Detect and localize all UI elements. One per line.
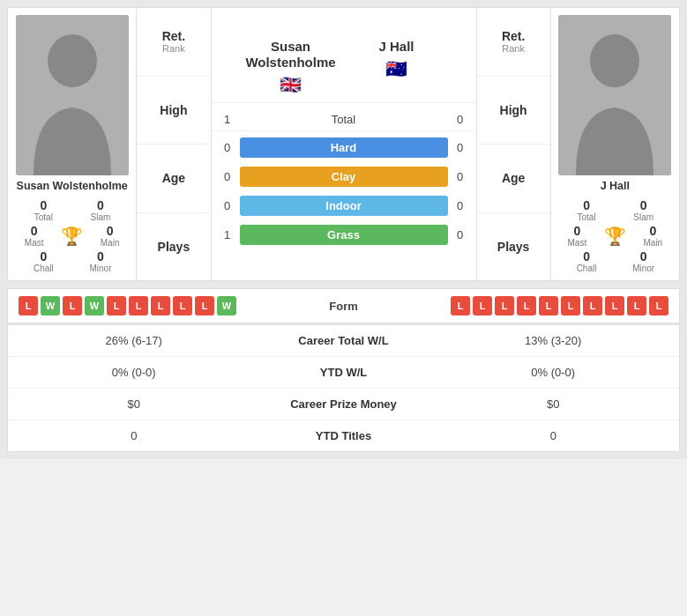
player1-mast-value: 0: [31, 224, 38, 238]
player2-age-label: Age: [502, 171, 525, 185]
center-player1-name: Susan Wolstenholme: [238, 39, 344, 71]
clay-row: 0 Clay 0: [212, 162, 476, 191]
player2-form-badge: L: [583, 296, 602, 315]
player2-form-badge: L: [649, 296, 668, 315]
player1-silhouette: [16, 15, 129, 175]
player1-name: Susan Wolstenholme: [17, 180, 128, 192]
stats-row-0: 26% (6-17)Career Total W/L13% (3-20): [8, 325, 679, 357]
player1-slam-stat: 0 Slam: [75, 198, 127, 222]
player2-mast-value: 0: [573, 224, 580, 238]
hard-p2-score: 0: [455, 141, 466, 154]
player2-avatar: [558, 15, 671, 175]
player1-form-badge: L: [151, 296, 170, 315]
player1-high-row: High: [137, 77, 210, 145]
center-player1-flag: 🇬🇧: [280, 74, 302, 95]
player2-total-stat: 0 Total: [561, 198, 613, 222]
player1-stats-grid: 0 Total 0 Slam 0 Mast 🏆 0 Main: [13, 198, 131, 273]
player2-minor-value: 0: [640, 249, 647, 263]
player2-total-value: 0: [583, 198, 590, 212]
stat-p2-value-3: 0: [441, 429, 667, 442]
player2-main-label: Main: [643, 238, 662, 248]
center-player1-info: Susan Wolstenholme 🇬🇧: [238, 39, 344, 95]
player1-minor-value: 0: [97, 249, 104, 263]
player1-column: Susan Wolstenholme 0 Total 0 Slam 0 Mast…: [8, 8, 136, 280]
player2-rank-main: Ret.: [502, 29, 525, 43]
player2-mast-label: Mast: [568, 238, 587, 248]
player1-plays-row: Plays: [137, 213, 210, 281]
total-p1-score: 1: [222, 113, 233, 126]
player1-form-badges: LWLWLLLLLW: [19, 296, 256, 315]
stats-row-3: 0YTD Titles0: [8, 420, 679, 451]
stat-p2-value-0: 13% (3-20): [441, 334, 667, 347]
surface-column: Susan Wolstenholme 🇬🇧 J Hall 🇦🇺 1 Total …: [212, 8, 476, 280]
player2-form-badge: L: [517, 296, 536, 315]
hard-bar: Hard: [240, 137, 448, 158]
player1-slam-value: 0: [97, 198, 104, 212]
total-label: Total: [240, 113, 448, 126]
player1-form-badge: W: [41, 296, 60, 315]
stats-table: 26% (6-17)Career Total W/L13% (3-20)0% (…: [7, 324, 680, 452]
stat-p1-value-1: 0% (0-0): [21, 366, 247, 379]
player1-total-value: 0: [40, 198, 47, 212]
player2-high-row: High: [477, 77, 550, 145]
stat-label-3: YTD Titles: [247, 429, 441, 442]
player1-avatar: [16, 15, 129, 175]
player2-rank-sub: Rank: [502, 43, 525, 54]
hard-row: 0 Hard 0: [212, 133, 476, 162]
clay-p1-score: 0: [222, 170, 233, 183]
player2-main-stat: 0 Main: [643, 224, 662, 248]
player1-slam-label: Slam: [91, 212, 111, 222]
trophy2-icon: 🏆: [604, 227, 626, 245]
player2-form-badge: L: [495, 296, 514, 315]
player1-center-stats: Ret. Rank High Age Plays: [136, 8, 211, 280]
hard-p1-score: 0: [222, 141, 233, 154]
player1-chall-stat: 0 Chall: [18, 249, 70, 273]
clay-bar: Clay: [240, 167, 448, 187]
stat-p1-value-2: $0: [21, 397, 247, 411]
player2-form-badge: L: [627, 296, 646, 315]
player1-form-badge: L: [19, 296, 38, 315]
total-row: 1 Total 0: [212, 108, 476, 131]
player2-center-stats: Ret. Rank High Age Plays: [476, 8, 551, 280]
form-row: LWLWLLLLLW Form LLLLLLLLLL: [7, 288, 680, 323]
player2-slam-value: 0: [640, 198, 647, 212]
center-player2-flag: 🇦🇺: [385, 58, 407, 79]
stat-label-2: Career Prize Money: [247, 397, 441, 411]
player2-high-label: High: [500, 103, 527, 117]
player1-mast-label: Mast: [25, 238, 44, 248]
player1-age-label: Age: [162, 171, 185, 185]
center-player2-name: J Hall: [378, 39, 414, 55]
player2-slam-stat: 0 Slam: [617, 198, 669, 222]
main-container: Susan Wolstenholme 0 Total 0 Slam 0 Mast…: [0, 0, 687, 459]
grass-row: 1 Grass 0: [212, 220, 476, 249]
stats-row-2: $0Career Prize Money$0: [8, 389, 679, 420]
player2-minor-stat: 0 Minor: [617, 249, 669, 273]
player2-silhouette: [558, 15, 671, 175]
player2-rank-row: Ret. Rank: [477, 8, 550, 77]
player1-rank-row: Ret. Rank: [137, 8, 210, 77]
player1-plays-label: Plays: [158, 240, 190, 254]
grass-bar: Grass: [240, 225, 448, 245]
player2-form-badge: L: [561, 296, 580, 315]
player2-form-badge: L: [473, 296, 492, 315]
grass-p2-score: 0: [455, 228, 466, 241]
player1-form-badge: W: [85, 296, 104, 315]
stat-label-0: Career Total W/L: [247, 334, 441, 347]
player1-chall-label: Chall: [34, 263, 54, 273]
player2-chall-value: 0: [583, 249, 590, 263]
player1-mast-stat: 0 Mast: [25, 224, 44, 248]
indoor-row: 0 Indoor 0: [212, 191, 476, 220]
player2-form-badge: L: [539, 296, 558, 315]
grass-p1-score: 1: [222, 228, 233, 241]
player1-age-row: Age: [137, 145, 210, 213]
stat-p2-value-1: 0% (0-0): [441, 366, 667, 379]
player1-mast-trophy-row: 0 Mast 🏆 0 Main: [18, 224, 126, 248]
comparison-box: Susan Wolstenholme 0 Total 0 Slam 0 Mast…: [7, 7, 680, 281]
form-label: Form: [256, 300, 432, 313]
stat-p1-value-3: 0: [21, 429, 247, 442]
svg-point-3: [590, 34, 639, 87]
player2-plays-row: Plays: [477, 213, 550, 281]
player1-high-label: High: [160, 103, 187, 117]
player2-chall-stat: 0 Chall: [561, 249, 613, 273]
stat-p2-value-2: $0: [441, 397, 667, 411]
